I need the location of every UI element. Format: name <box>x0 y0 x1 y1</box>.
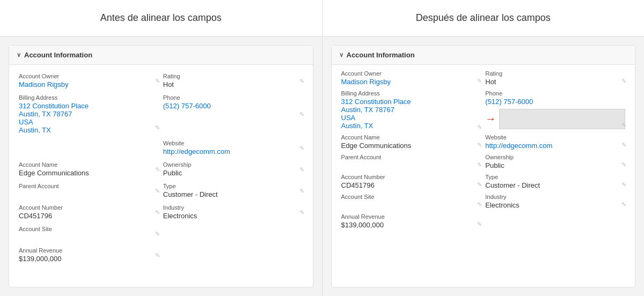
right-website-value[interactable]: http://edgecomm.com <box>485 142 625 150</box>
right-parent-account-cell: Parent Account ✎ <box>339 152 484 172</box>
left-type-cell: Type Customer - Direct ✎ <box>161 180 305 201</box>
left-row-2: Billing Address 312 Constitution Place A… <box>17 92 305 137</box>
right-billing-line1[interactable]: 312 Constitution Place <box>341 98 481 106</box>
left-row-4: Account Name Edge Communications ✎ Owner… <box>17 159 305 180</box>
left-account-name-edit-icon[interactable]: ✎ <box>155 166 160 173</box>
left-phone-label: Phone <box>163 94 303 101</box>
right-account-name-edit-icon[interactable]: ✎ <box>477 142 482 149</box>
left-billing-address-cell: Billing Address 312 Constitution Place A… <box>17 92 161 137</box>
left-account-name-label: Account Name <box>19 161 159 168</box>
left-row-3: Website http://edgecomm.com ✎ <box>17 137 305 159</box>
left-ownership-cell: Ownership Public ✎ <box>161 159 305 180</box>
right-parent-account-edit-icon[interactable]: ✎ <box>477 161 482 168</box>
right-billing-address-label: Billing Address <box>341 90 481 97</box>
right-account-owner-label: Account Owner <box>341 70 481 77</box>
left-website-cell: Website http://edgecomm.com ✎ <box>161 137 305 158</box>
before-title: Antes de alinear los campos <box>0 0 323 36</box>
left-empty-cell-2 <box>161 223 305 244</box>
left-billing-line4[interactable]: Austin, TX <box>19 126 159 134</box>
right-ownership-label: Ownership <box>485 154 625 160</box>
right-account-owner-value[interactable]: Madison Rigsby <box>341 78 481 86</box>
right-annual-revenue-label: Annual Revenue <box>341 213 481 220</box>
left-industry-cell: Industry Electronics ✎ <box>161 202 305 223</box>
right-industry-edit-icon[interactable]: ✎ <box>621 201 626 208</box>
left-parent-account-cell: Parent Account ✎ <box>17 180 161 201</box>
left-phone-edit-icon[interactable]: ✎ <box>299 111 304 118</box>
right-phone-value[interactable]: (512) 757-6000 <box>485 98 625 106</box>
left-account-owner-value[interactable]: Madison Rigsby <box>19 80 159 88</box>
left-account-number-cell: Account Number CD451796 ✎ <box>17 202 161 223</box>
left-industry-edit-icon[interactable]: ✎ <box>299 209 304 216</box>
left-billing-edit-icon[interactable]: ✎ <box>155 124 160 131</box>
left-rating-cell: Rating Hot ✎ <box>161 70 305 91</box>
left-phone-value[interactable]: (512) 757-6000 <box>163 102 303 110</box>
left-fields-container: Account Owner Madison Rigsby ✎ Rating Ho… <box>9 65 313 282</box>
right-row-2: Billing Address 312 Constitution Place A… <box>339 88 628 132</box>
left-account-site-edit-icon[interactable]: ✎ <box>155 230 160 237</box>
right-type-value: Customer - Direct <box>485 181 625 189</box>
right-ownership-edit-icon[interactable]: ✎ <box>621 161 626 168</box>
right-website-edit-icon[interactable]: ✎ <box>621 142 626 149</box>
left-row-7: Account Site ✎ <box>17 223 305 245</box>
right-account-number-label: Account Number <box>341 174 481 180</box>
left-parent-account-edit-icon[interactable]: ✎ <box>155 187 160 194</box>
right-annual-revenue-edit-icon[interactable]: ✎ <box>477 221 482 228</box>
right-type-edit-icon[interactable]: ✎ <box>621 181 626 188</box>
right-account-site-edit-icon[interactable]: ✎ <box>477 201 482 208</box>
left-industry-value: Electronics <box>163 212 303 220</box>
right-website-cell: Website http://edgecomm.com ✎ <box>483 132 627 152</box>
left-annual-revenue-edit-icon[interactable]: ✎ <box>155 251 160 258</box>
right-parent-account-label: Parent Account <box>341 154 481 160</box>
right-billing-line2[interactable]: Austin, TX 78767 <box>341 106 481 114</box>
left-website-value[interactable]: http://edgecomm.com <box>163 147 303 156</box>
right-account-owner-cell: Account Owner Madison Rigsby ✎ <box>339 68 484 88</box>
left-phone-cell: Phone (512) 757-6000 ✎ <box>161 92 305 137</box>
right-account-site-value <box>341 201 481 209</box>
right-chevron-icon: ∨ <box>339 51 343 58</box>
left-section-card: ∨ Account Information Account Owner Madi… <box>9 45 313 287</box>
right-industry-cell: Industry Electronics ✎ <box>483 191 627 211</box>
left-billing-line2[interactable]: Austin, TX 78767 <box>19 110 159 118</box>
left-type-label: Type <box>163 183 303 189</box>
right-account-owner-edit-icon[interactable]: ✎ <box>477 78 482 85</box>
left-chevron-icon: ∨ <box>17 51 21 58</box>
right-rating-edit-icon[interactable]: ✎ <box>621 78 626 85</box>
right-section-header: ∨ Account Information <box>332 46 635 65</box>
right-panel: ∨ Account Information Account Owner Madi… <box>323 36 645 296</box>
left-billing-line1[interactable]: 312 Constitution Place <box>19 102 159 110</box>
right-account-number-cell: Account Number CD451796 ✎ <box>339 172 484 191</box>
right-type-cell: Type Customer - Direct ✎ <box>483 172 627 191</box>
right-website-label: Website <box>485 134 625 140</box>
right-row-7: Annual Revenue $139,000,000 ✎ <box>339 211 628 231</box>
right-highlighted-box <box>499 109 625 129</box>
left-type-value: Customer - Direct <box>163 190 303 198</box>
right-billing-line4[interactable]: Austin, TX <box>341 122 481 130</box>
left-account-owner-edit-icon[interactable]: ✎ <box>155 77 160 84</box>
right-account-number-edit-icon[interactable]: ✎ <box>477 181 482 188</box>
left-rating-edit-icon[interactable]: ✎ <box>299 77 304 84</box>
left-section-title: Account Information <box>24 51 92 59</box>
right-row-1: Account Owner Madison Rigsby ✎ Rating Ho… <box>339 68 628 88</box>
right-row-6: Account Site ✎ Industry Electronics ✎ <box>339 191 628 211</box>
left-account-site-label: Account Site <box>19 226 159 232</box>
left-type-edit-icon[interactable]: ✎ <box>299 187 304 194</box>
left-account-name-cell: Account Name Edge Communications ✎ <box>17 159 161 180</box>
left-ownership-edit-icon[interactable]: ✎ <box>299 166 304 173</box>
right-phone-edit-icon[interactable]: ✎ <box>621 122 626 129</box>
left-annual-revenue-cell: Annual Revenue $139,000,000 ✎ <box>17 245 161 265</box>
right-account-name-label: Account Name <box>341 134 481 140</box>
right-account-site-cell: Account Site ✎ <box>339 191 484 211</box>
right-parent-account-value <box>341 161 481 169</box>
left-billing-line3[interactable]: USA <box>19 118 159 126</box>
right-billing-line3[interactable]: USA <box>341 114 481 122</box>
right-billing-edit-icon[interactable]: ✎ <box>477 124 482 131</box>
left-parent-account-label: Parent Account <box>19 183 159 189</box>
left-website-edit-icon[interactable]: ✎ <box>299 144 304 151</box>
left-account-number-edit-icon[interactable]: ✎ <box>155 209 160 216</box>
right-section-title: Account Information <box>347 51 415 59</box>
right-phone-cell: Phone (512) 757-6000 → ✎ <box>483 88 627 132</box>
left-website-label: Website <box>163 140 303 146</box>
left-account-site-value <box>19 233 159 241</box>
after-title: Después de alinear los campos <box>323 0 645 36</box>
right-row-3: Account Name Edge Communications ✎ Websi… <box>339 132 628 152</box>
